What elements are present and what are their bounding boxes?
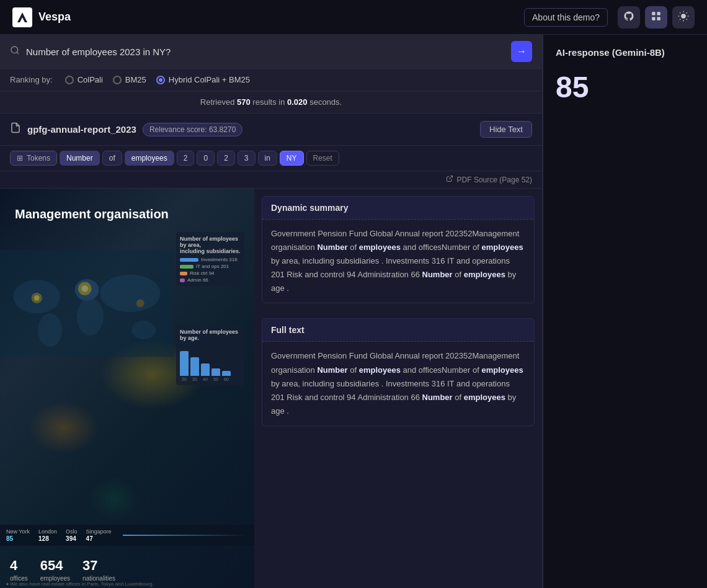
summary-bold-1: Number bbox=[317, 243, 347, 252]
tokens-tab[interactable]: ⊞ Tokens bbox=[10, 151, 57, 166]
token-3[interactable]: 3 bbox=[238, 151, 256, 166]
svg-point-5 bbox=[681, 14, 686, 19]
summary-bold-4: Number bbox=[422, 270, 453, 279]
summary-text-3: and officesNumber of bbox=[401, 243, 482, 252]
ranking-hybrid-label: Hybrid ColPali + BM25 bbox=[169, 75, 250, 84]
doc-image-content: Number of employees by area,including su… bbox=[0, 232, 254, 588]
fulltext-text-3: and officesNumber of bbox=[401, 365, 482, 375]
external-link-icon bbox=[446, 175, 453, 184]
header: Vespa About this demo? bbox=[0, 0, 707, 35]
document-icon bbox=[10, 122, 21, 136]
apps-icon bbox=[651, 11, 662, 24]
token-employees[interactable]: employees bbox=[125, 151, 174, 166]
tokens-tab-icon: ⊞ bbox=[17, 154, 23, 163]
fulltext-bold-2: employees bbox=[359, 365, 401, 375]
location-ny: New York 85 bbox=[6, 528, 30, 542]
token-number[interactable]: Number bbox=[60, 151, 100, 166]
token-0[interactable]: 0 bbox=[197, 151, 215, 166]
dynamic-summary-header: Dynamic summary bbox=[262, 197, 534, 220]
tokens-bar: ⊞ Tokens Number of employees 2 0 2 3 in … bbox=[0, 146, 542, 171]
doc-image-title: Management organisation bbox=[0, 189, 254, 232]
document-name: gpfg-annual-report_2023 bbox=[27, 124, 136, 135]
stat-nationalities: 37 nationalities bbox=[82, 558, 115, 582]
header-right: About this demo? bbox=[524, 6, 695, 29]
svg-point-14 bbox=[11, 47, 18, 53]
full-text-header: Full text bbox=[262, 319, 534, 342]
right-panel: AI-response (Gemini-8B) 85 bbox=[543, 35, 707, 588]
hide-text-button[interactable]: Hide Text bbox=[480, 121, 532, 138]
pdf-source-bar: PDF Source (Page 52) bbox=[0, 171, 542, 189]
svg-rect-2 bbox=[657, 12, 660, 15]
summary-bold-2: employees bbox=[359, 243, 401, 252]
svg-line-13 bbox=[687, 12, 687, 13]
fulltext-bold-3: employees bbox=[481, 365, 523, 375]
summary-text-2: of bbox=[348, 243, 359, 252]
tokens-tab-label: Tokens bbox=[27, 154, 50, 163]
sun-icon bbox=[678, 11, 689, 24]
location-oslo: Oslo 394 bbox=[66, 528, 78, 542]
svg-rect-4 bbox=[657, 17, 660, 20]
pdf-source-link[interactable]: PDF Source (Page 52) bbox=[446, 175, 532, 184]
location-bar bbox=[123, 535, 248, 536]
github-icon-button[interactable] bbox=[618, 6, 640, 29]
fulltext-bold-4: Number bbox=[422, 393, 453, 402]
logo: Vespa bbox=[12, 7, 71, 27]
about-demo-button[interactable]: About this demo? bbox=[524, 8, 608, 27]
left-panel: → Ranking by: ColPali BM25 Hybrid ColPal… bbox=[0, 35, 543, 588]
theme-icon-button[interactable] bbox=[672, 6, 695, 29]
token-2a[interactable]: 2 bbox=[177, 151, 195, 166]
document-image: Management organisation Number of employ… bbox=[0, 189, 254, 588]
pdf-source-text: PDF Source (Page 52) bbox=[457, 176, 532, 184]
document-header: gpfg-annual-report_2023 Relevance score:… bbox=[0, 114, 542, 146]
token-reset-button[interactable]: Reset bbox=[306, 151, 339, 166]
header-icons bbox=[618, 6, 695, 29]
radio-circle-hybrid bbox=[156, 76, 165, 84]
search-submit-button[interactable]: → bbox=[511, 41, 532, 62]
main-layout: → Ranking by: ColPali BM25 Hybrid ColPal… bbox=[0, 35, 707, 588]
svg-rect-3 bbox=[652, 17, 655, 20]
relevance-badge: Relevance score: 63.8270 bbox=[143, 123, 242, 136]
chart-label-1: Number of employees by area,including su… bbox=[180, 236, 241, 254]
fulltext-bold-5: employees bbox=[464, 393, 505, 402]
svg-line-15 bbox=[449, 176, 453, 180]
github-icon bbox=[623, 11, 634, 24]
token-2b[interactable]: 2 bbox=[217, 151, 235, 166]
svg-line-12 bbox=[680, 19, 680, 19]
svg-point-27 bbox=[81, 285, 88, 292]
chart-item-2: IT and ops 201 bbox=[180, 264, 241, 269]
ai-response-title: AI-response (Gemini-8B) bbox=[556, 47, 695, 58]
stat-nationalities-number: 37 bbox=[82, 558, 115, 574]
fulltext-text-5: of bbox=[453, 393, 464, 402]
token-of[interactable]: of bbox=[102, 151, 122, 166]
world-map bbox=[0, 232, 174, 375]
search-input[interactable] bbox=[26, 47, 505, 57]
location-london: London 128 bbox=[38, 528, 57, 542]
chart-item-1: Investments 316 bbox=[180, 257, 241, 262]
ranking-bm25[interactable]: BM25 bbox=[113, 75, 146, 84]
stat-offices-number: 4 bbox=[10, 558, 28, 574]
ranking-colpali[interactable]: ColPali bbox=[65, 75, 103, 84]
results-info: Retrieved 570 results in 0.020 seconds. bbox=[0, 91, 542, 114]
apps-icon-button[interactable] bbox=[645, 6, 667, 29]
token-in[interactable]: in bbox=[258, 151, 277, 166]
results-count: 570 bbox=[237, 97, 251, 107]
stat-offices: 4 offices bbox=[10, 558, 28, 582]
ranking-hybrid[interactable]: Hybrid ColPali + BM25 bbox=[156, 75, 250, 84]
doc-title: gpfg-annual-report_2023 Relevance score:… bbox=[10, 122, 242, 136]
content-area: Management organisation Number of employ… bbox=[0, 189, 542, 588]
ranking-colpali-label: ColPali bbox=[78, 75, 103, 84]
dynamic-summary-body: Government Pension Fund Global Annual re… bbox=[262, 220, 534, 303]
radio-circle-bm25 bbox=[113, 76, 122, 84]
location-singapore: Singapore 47 bbox=[86, 528, 112, 542]
svg-point-18 bbox=[38, 313, 62, 347]
chart-item-3: Risk ctrl 94 bbox=[180, 270, 241, 276]
svg-marker-0 bbox=[17, 12, 27, 22]
svg-rect-1 bbox=[652, 12, 655, 15]
radio-group: ColPali BM25 Hybrid ColPali + BM25 bbox=[65, 75, 250, 84]
doc-footnote: ♦ We also have real estate offices in Pa… bbox=[6, 581, 248, 588]
arrow-right-icon: → bbox=[517, 46, 527, 57]
token-ny[interactable]: NY bbox=[280, 151, 304, 166]
ai-response-value: 85 bbox=[556, 70, 695, 104]
ranking-bar: Ranking by: ColPali BM25 Hybrid ColPali … bbox=[0, 69, 542, 91]
document-text-panel[interactable]: Dynamic summary Government Pension Fund … bbox=[254, 189, 542, 588]
